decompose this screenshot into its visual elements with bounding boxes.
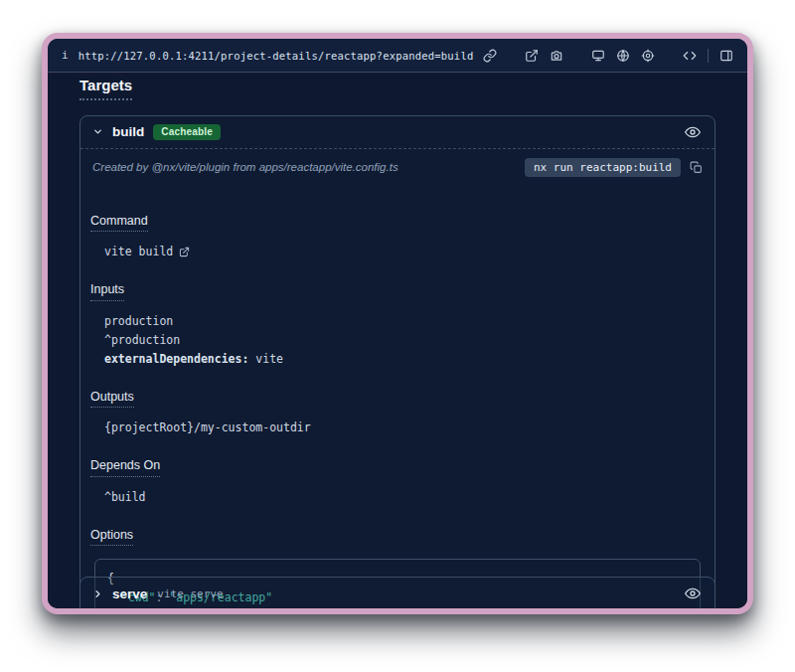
- inputs-label-text: Inputs: [90, 282, 124, 301]
- depends-on-label-text: Depends On: [90, 458, 160, 477]
- outputs-label-text: Outputs: [90, 390, 134, 409]
- build-card-subheader: Created by @nx/vite/plugin from apps/rea…: [80, 149, 715, 186]
- depends-on-label: Depends On: [90, 458, 705, 477]
- toolbar-divider: [708, 49, 709, 63]
- outputs-label: Outputs: [90, 390, 705, 409]
- cacheable-badge: Cacheable: [153, 124, 221, 140]
- inputs-label: Inputs: [90, 282, 705, 301]
- output-item: {projectRoot}/my-custom-outdir: [104, 420, 705, 434]
- globe-icon[interactable]: [616, 49, 630, 63]
- run-command-chip[interactable]: nx run reactapp:build: [525, 158, 681, 177]
- depends-on-item-text: ^build: [104, 490, 146, 504]
- browser-window: i http://127.0.0.1:4211/project-details/…: [42, 33, 753, 614]
- targets-heading: Targets: [80, 73, 716, 100]
- external-deps-key: externalDependencies:: [104, 352, 248, 366]
- input-item-text: ^production: [104, 333, 180, 347]
- build-card-header[interactable]: build Cacheable: [80, 116, 715, 149]
- titlebar-toolbar: [483, 49, 733, 63]
- target-icon[interactable]: [641, 49, 655, 63]
- page-content: Targets build Cacheable Created by @nx/v…: [48, 73, 747, 608]
- export-icon[interactable]: [525, 49, 539, 63]
- input-item: production: [104, 314, 705, 328]
- camera-icon[interactable]: [550, 49, 563, 63]
- code-icon[interactable]: [683, 49, 697, 63]
- info-icon[interactable]: i: [62, 49, 69, 62]
- input-item-text: production: [104, 314, 173, 328]
- copy-icon[interactable]: [690, 161, 703, 174]
- external-deps-value: vite: [248, 352, 283, 366]
- link-icon[interactable]: [483, 49, 497, 63]
- chevron-down-icon[interactable]: [92, 126, 103, 137]
- command-label: Command: [90, 214, 705, 233]
- targets-heading-text: Targets: [80, 77, 132, 100]
- command-label-text: Command: [90, 214, 148, 233]
- depends-on-item: ^build: [104, 490, 705, 504]
- serve-card-header[interactable]: serve vite serve: [80, 578, 715, 608]
- url-text[interactable]: http://127.0.0.1:4211/project-details/re…: [79, 50, 474, 62]
- external-link-icon[interactable]: [179, 247, 190, 257]
- command-value: vite build: [104, 245, 173, 258]
- target-subtitle: vite serve: [157, 588, 223, 600]
- build-card-body: Command vite build Inputs production ^pr…: [80, 186, 715, 608]
- command-value-row: vite build: [104, 245, 705, 258]
- sidebar-icon[interactable]: [719, 49, 733, 63]
- options-label-text: Options: [90, 528, 133, 547]
- monitor-icon[interactable]: [591, 49, 605, 63]
- output-item-text: {projectRoot}/my-custom-outdir: [104, 420, 311, 434]
- target-name: serve: [112, 587, 147, 601]
- view-target-button[interactable]: [683, 122, 703, 142]
- chevron-right-icon[interactable]: [92, 588, 103, 599]
- created-by-text: Created by @nx/vite/plugin from apps/rea…: [92, 161, 398, 173]
- options-label: Options: [90, 528, 705, 547]
- input-item-external-deps: externalDependencies: vite: [104, 352, 705, 366]
- view-target-button[interactable]: [683, 584, 703, 603]
- input-item: ^production: [104, 333, 705, 347]
- target-card-serve: serve vite serve: [80, 577, 716, 608]
- titlebar: i http://127.0.0.1:4211/project-details/…: [48, 39, 747, 73]
- target-name: build: [112, 124, 144, 139]
- external-deps-row: externalDependencies: vite: [104, 352, 283, 366]
- target-card-build: build Cacheable Created by @nx/vite/plug…: [80, 115, 716, 608]
